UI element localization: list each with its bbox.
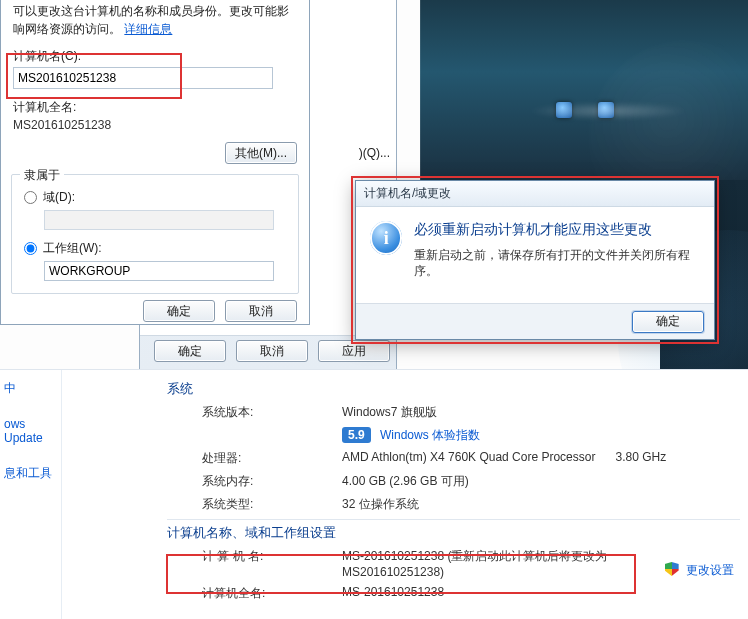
msg-ok-button[interactable]: 确定 <box>632 311 704 333</box>
computer-name-label: 计 算 机 名: <box>202 548 342 579</box>
workgroup-radio-label: 工作组(W): <box>43 240 102 257</box>
systype-label: 系统类型: <box>202 496 342 513</box>
full-name-label: 计算机全名: <box>202 585 342 602</box>
wei-score-badge: 5.9 <box>342 427 371 443</box>
cpu-value: AMD Athlon(tm) X4 760K Quad Core Process… <box>342 450 740 467</box>
system-control-panel: 中 ows Update 息和工具 系统 系统版本: Windows7 旗舰版 … <box>0 369 748 619</box>
section-system-title: 系统 <box>167 380 740 398</box>
leftnav-item[interactable]: ows Update <box>0 407 61 455</box>
ram-value: 4.00 GB (2.96 GB 可用) <box>342 473 740 490</box>
computer-name-change-dialog: 可以更改这台计算机的名称和成员身份。更改可能影响网络资源的访问。 详细信息 计算… <box>0 0 310 325</box>
section-name-title: 计算机名称、域和工作组设置 <box>167 524 740 542</box>
full-name-value: MS201610251238 <box>13 118 297 132</box>
domain-radio-row[interactable]: 域(D): <box>24 189 286 206</box>
dlg-ok-button[interactable]: 确定 <box>143 300 215 322</box>
msg-subtext: 重新启动之前，请保存所有打开的文件并关闭所有程序。 <box>414 247 700 279</box>
dlg-cancel-button[interactable]: 取消 <box>225 300 297 322</box>
sysprop-network-id-button[interactable]: (Q)... <box>359 146 390 160</box>
workgroup-radio[interactable] <box>24 242 37 255</box>
member-of-legend: 隶属于 <box>20 167 64 184</box>
obscured-text <box>528 102 688 120</box>
domain-input <box>44 210 274 230</box>
change-settings-link[interactable]: 更改设置 <box>686 563 734 577</box>
leftnav-item[interactable]: 息和工具 <box>0 455 61 492</box>
dialog-description: 可以更改这台计算机的名称和成员身份。更改可能影响网络资源的访问。 详细信息 <box>13 2 297 38</box>
wei-link[interactable]: Windows 体验指数 <box>380 428 480 442</box>
computer-name-label: 计算机名(C): <box>13 48 297 65</box>
full-name-label: 计算机全名: <box>13 99 297 116</box>
systype-value: 32 位操作系统 <box>342 496 740 513</box>
edition-label: 系统版本: <box>202 404 342 421</box>
leftnav-item[interactable]: 中 <box>0 370 61 407</box>
info-icon: i <box>370 221 402 255</box>
left-nav: 中 ows Update 息和工具 <box>0 370 62 619</box>
ram-label: 系统内存: <box>202 473 342 490</box>
full-name-value: MS-201610251238 <box>342 585 740 602</box>
workgroup-input[interactable] <box>44 261 274 281</box>
computer-name-value: MS-201610251238 (重新启动此计算机后将更改为 MS2016102… <box>342 548 662 579</box>
restart-required-dialog: 计算机名/域更改 i 必须重新启动计算机才能应用这些更改 重新启动之前，请保存所… <box>355 180 715 340</box>
sysprop-apply-button[interactable]: 应用 <box>318 340 390 362</box>
domain-radio-label: 域(D): <box>43 189 75 206</box>
computer-name-input[interactable] <box>13 67 273 89</box>
aero-header <box>420 0 748 180</box>
other-button[interactable]: 其他(M)... <box>225 142 297 164</box>
sysprop-cancel-button[interactable]: 取消 <box>236 340 308 362</box>
msg-headline: 必须重新启动计算机才能应用这些更改 <box>414 221 700 239</box>
sysprop-ok-button[interactable]: 确定 <box>154 340 226 362</box>
member-of-group: 隶属于 域(D): 工作组(W): <box>11 174 299 294</box>
details-link[interactable]: 详细信息 <box>124 22 172 36</box>
domain-radio[interactable] <box>24 191 37 204</box>
cpu-label: 处理器: <box>202 450 342 467</box>
shield-icon <box>665 562 679 576</box>
msg-title: 计算机名/域更改 <box>356 181 714 207</box>
edition-value: Windows7 旗舰版 <box>342 404 740 421</box>
workgroup-radio-row[interactable]: 工作组(W): <box>24 240 286 257</box>
